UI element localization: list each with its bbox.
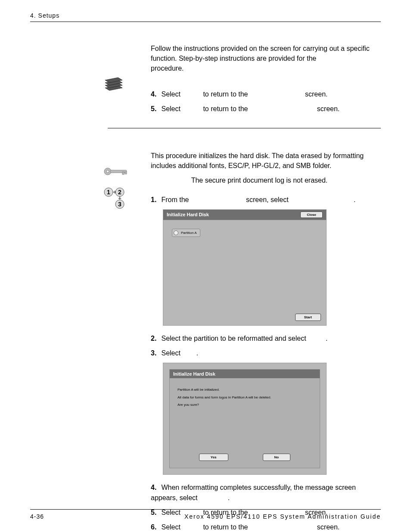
step-4-top: 4. Select Close to return to the Machine… <box>151 89 381 100</box>
confirm-dialog: Initialize Hard Disk Partition A will be… <box>169 369 320 468</box>
partition-a-button[interactable]: Partition A <box>172 229 200 237</box>
page-number: 4-36 <box>30 513 44 520</box>
hdd-step-2: 2. Select the partition to be reformatte… <box>151 333 381 344</box>
yes-button[interactable]: Yes <box>199 454 228 461</box>
dialog-body: Partition A Start <box>163 220 326 326</box>
books-icon <box>103 76 124 94</box>
hdd-step-4: 4. When reformatting completes successfu… <box>151 482 381 503</box>
intro-paragraph: Follow the instructions provided on the … <box>151 44 381 74</box>
close-button[interactable]: Close <box>300 212 323 218</box>
no-button[interactable]: No <box>263 454 291 461</box>
confirm-body: Partition A will be initialized. All dat… <box>170 378 320 417</box>
section-label: 4. Setups <box>30 12 59 19</box>
confirm-line1: Partition A will be initialized. <box>177 386 312 394</box>
svg-rect-4 <box>125 172 127 174</box>
hdd-step-3: 3. Select Yes . <box>151 348 381 358</box>
hdd-step-1: 1. From the Machine Defaults screen, sel… <box>151 195 381 205</box>
screenshot-confirm-dialog: Initialize Hard Disk Partition A will be… <box>163 363 327 475</box>
hdd-heading: Initialize Hard Disk <box>108 137 381 145</box>
hdd-paragraph: This procedure initializes the hard disk… <box>151 151 381 171</box>
confirm-buttons: Yes No <box>170 454 320 461</box>
confirm-line3: Are you sure? <box>177 401 312 409</box>
radio-icon <box>174 230 178 235</box>
page-header: 4. Setups <box>30 12 381 22</box>
svg-text:2: 2 <box>118 189 121 196</box>
guide-title: Xerox 4590 EPS/4110 EPS System Administr… <box>184 513 381 520</box>
main-content: Follow the instructions provided on the … <box>151 44 381 532</box>
page-footer: 4-36 Xerox 4590 EPS/4110 EPS System Admi… <box>30 509 381 520</box>
section-divider <box>108 128 381 128</box>
confirm-line2: All data for forms and form logos in Par… <box>177 394 312 401</box>
svg-text:3: 3 <box>118 201 121 208</box>
key-icon <box>103 166 129 177</box>
screenshot-initialize-hdd: Initialize Hard Disk Close Partition A S… <box>163 209 327 326</box>
numbered-steps-icon: 1 2 3 <box>103 185 129 211</box>
step-5-top: 5. Select Close to return to the System … <box>151 104 381 114</box>
confirm-title: Initialize Hard Disk <box>170 370 320 378</box>
key-point: KEY POINT: The secure print document log… <box>151 177 381 184</box>
svg-text:1: 1 <box>107 189 110 196</box>
svg-point-1 <box>106 170 109 173</box>
dialog-title: Initialize Hard Disk <box>167 212 209 217</box>
svg-rect-3 <box>122 172 124 174</box>
dialog-titlebar: Initialize Hard Disk Close <box>163 210 326 220</box>
hdd-step-6: 6. Select Close to return to the System … <box>151 522 381 532</box>
start-button[interactable]: Start <box>295 314 321 321</box>
